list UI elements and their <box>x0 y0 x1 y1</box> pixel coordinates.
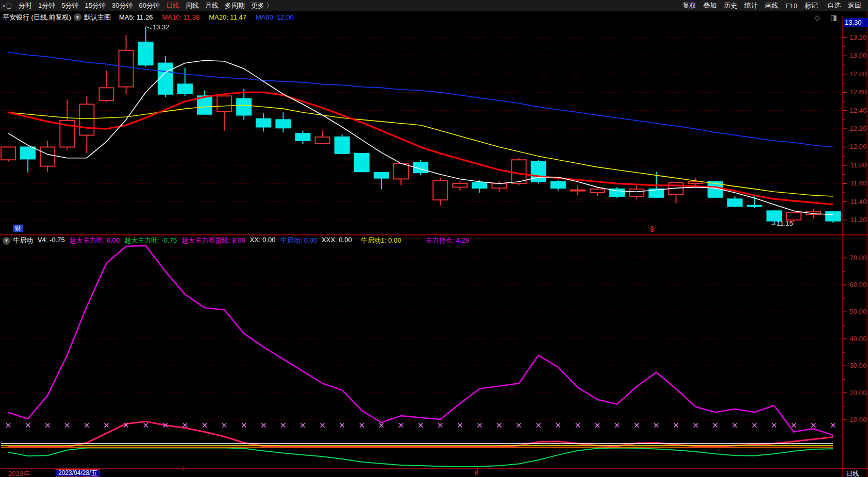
candle-body <box>492 183 507 188</box>
candle-body <box>79 104 94 135</box>
candle-body <box>689 182 703 184</box>
candle-body <box>315 137 330 143</box>
candle-body <box>276 120 290 128</box>
indicator-tick-label: 20.00 <box>846 389 866 397</box>
price-tick-label: 12.60 <box>846 88 866 96</box>
indicator-param: 超大主力吃货线: 8.00 <box>181 236 245 245</box>
price-tick-label: 12.80 <box>846 70 866 78</box>
candle-body <box>1 147 15 160</box>
first-bar-date-badge: 2023/04/28/五 <box>56 469 99 477</box>
indicator-tick-label: 50.00 <box>846 308 866 315</box>
chevron-down-icon[interactable]: ▼ <box>3 237 10 245</box>
candle-body <box>394 163 408 179</box>
candle-body <box>787 213 801 220</box>
candle-body <box>355 154 369 172</box>
indicator-param: XX: 0.00 <box>250 236 276 245</box>
indicator-param: 牛启动1: 0.00 <box>361 236 402 245</box>
candle-body <box>237 99 251 115</box>
candle-body <box>119 50 133 87</box>
candle-body <box>571 190 585 191</box>
year-label: 2023年 <box>8 469 30 477</box>
current-period-label: 日线 <box>846 469 859 477</box>
indicator-param: 超大主力吐: -0.75 <box>124 236 177 245</box>
candle-body <box>747 206 762 207</box>
price-tick-label: 11.20 <box>846 216 866 224</box>
indicator-tick-label: 30.00 <box>846 362 866 369</box>
price-tick-label: 11.40 <box>846 198 866 206</box>
green-line <box>8 448 833 466</box>
indicator-tick-label: 60.00 <box>846 281 866 288</box>
price-tick-label: 13.00 <box>846 52 866 59</box>
indicator-param: 超大主力吃: 0.00 <box>70 236 120 245</box>
candle-body <box>296 133 310 141</box>
candle-body <box>139 42 153 65</box>
candle-body <box>99 88 114 100</box>
candle-body <box>629 189 644 196</box>
dividend-marker[interactable]: Ŝ <box>650 226 654 233</box>
candle-body <box>335 137 349 154</box>
candle-body <box>728 199 742 206</box>
candle-body <box>217 96 231 111</box>
candle-body <box>551 182 565 188</box>
candle-body <box>826 212 840 221</box>
candle-body <box>178 84 192 93</box>
price-tick-label: 11.80 <box>846 161 866 169</box>
high-price-annotation: 13.32 <box>153 23 170 31</box>
price-tick-label: 13.20 <box>846 33 866 41</box>
indicator-param: V4: -0.75 <box>38 236 65 245</box>
price-tick-label: 12.00 <box>846 143 866 150</box>
ma-line-MA20 <box>8 105 833 196</box>
indicator-param-row: ▼ 牛启动V4: -0.75超大主力吃: 0.00超大主力吐: -0.75超大主… <box>0 235 825 246</box>
price-tick-label: 12.20 <box>846 125 866 132</box>
indicator-param: 牛启动: 0.00 <box>280 236 318 245</box>
candle-body <box>472 183 487 189</box>
candle-body <box>256 119 271 127</box>
financial-report-marker[interactable]: 财 <box>13 225 23 232</box>
indicator-tick-label: 40.00 <box>846 335 866 343</box>
current-price-badge: 13.30 <box>844 18 868 27</box>
indicator-tick-label: 10.00 <box>846 416 866 423</box>
indicator-param: 主力持仓: 4.29 <box>425 236 469 245</box>
magenta-line <box>8 246 833 435</box>
candle-body <box>374 173 389 178</box>
candle-body <box>40 147 55 166</box>
month-tick-label: 6 <box>475 469 478 477</box>
indicator-param: 牛启动 <box>13 236 33 245</box>
indicator-param: XXX: 0.00 <box>322 236 352 245</box>
price-tick-label: 12.40 <box>846 107 866 114</box>
trading-app-window: { "toolbar": { "left_icon": "panel-colla… <box>0 0 868 477</box>
candle-body <box>453 183 467 187</box>
candle-body <box>590 189 605 193</box>
high-annotation-hook <box>146 27 152 29</box>
candle-body <box>158 63 173 94</box>
price-tick-label: 11.60 <box>846 179 866 187</box>
candle-body <box>433 181 447 200</box>
indicator-tick-label: 70.00 <box>846 254 866 262</box>
candle-body <box>21 147 35 159</box>
indicator-params: 牛启动V4: -0.75超大主力吃: 0.00超大主力吐: -0.75超大主力吃… <box>13 236 474 245</box>
candle-body <box>512 160 526 183</box>
low-price-annotation: ←11.15 <box>770 219 793 227</box>
